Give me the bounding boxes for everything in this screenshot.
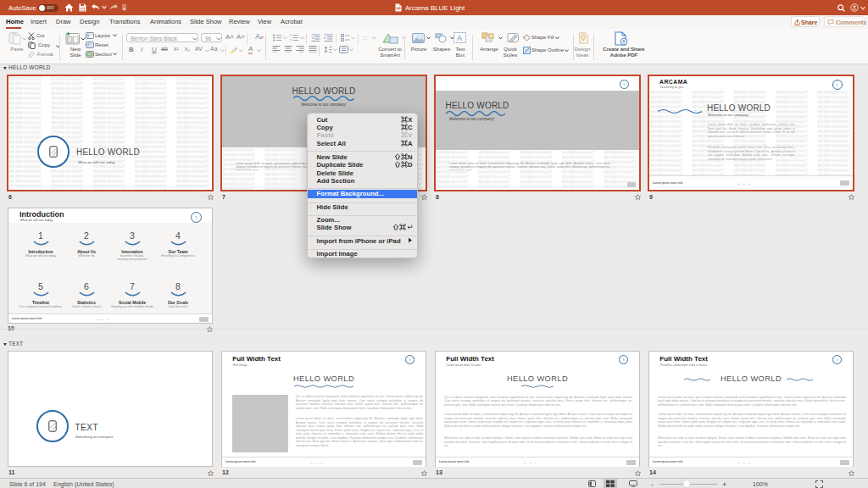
svg-text:1: 1	[290, 34, 292, 37]
svg-text:2: 2	[290, 39, 292, 42]
svg-text:A: A	[457, 34, 462, 42]
